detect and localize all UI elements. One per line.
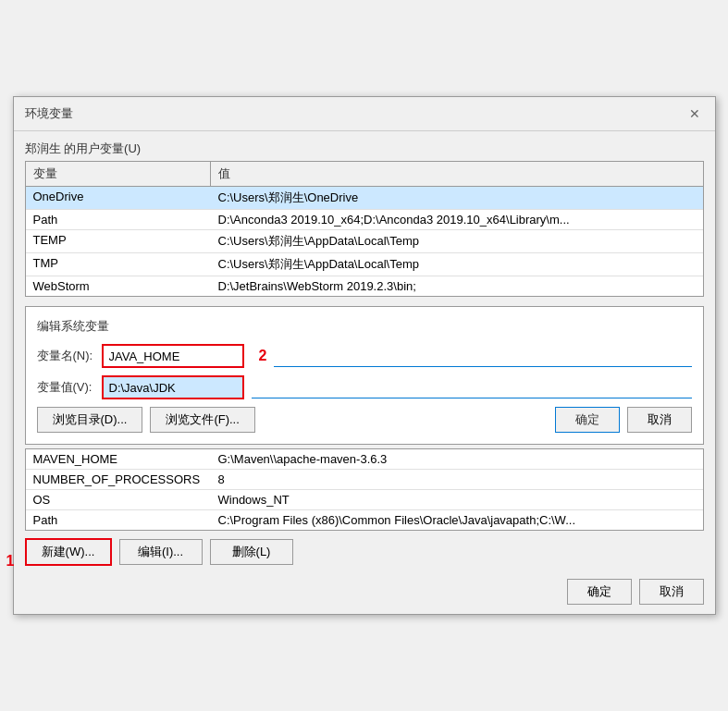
browse-file-button[interactable]: 浏览文件(F)... [150, 407, 254, 433]
table-row[interactable]: OneDrive C:\Users\郑润生\OneDrive [26, 187, 703, 210]
edit-cancel-button[interactable]: 取消 [627, 407, 692, 433]
new-button-wrapper: 1 新建(W)... [25, 538, 112, 566]
dialog-ok-button[interactable]: 确定 [567, 579, 632, 605]
browse-dir-button[interactable]: 浏览目录(D)... [37, 407, 143, 433]
edit-section: 编辑系统变量 变量名(N): 2 变量值(V): 浏览目录(D). [25, 306, 704, 445]
var-name: WebStorm [26, 276, 211, 296]
table-row[interactable]: NUMBER_OF_PROCESSORS 8 [26, 470, 703, 490]
var-value: C:\Users\郑润生\AppData\Local\Temp [211, 253, 703, 276]
user-table-header: 变量 值 [26, 162, 703, 187]
var-name: Path [26, 210, 211, 229]
var-value: D:\Anconda3 2019.10_x64;D:\Anconda3 2019… [211, 210, 703, 229]
sys-var-value: 8 [211, 470, 703, 489]
sys-var-name: NUMBER_OF_PROCESSORS [26, 470, 211, 489]
sys-var-name: MAVEN_HOME [26, 449, 211, 469]
sys-var-value: G:\Maven\\apache-maven-3.6.3 [211, 449, 703, 469]
value-label: 变量值(V): [37, 379, 102, 396]
table-row[interactable]: WebStorm D:\JetBrains\WebStorm 2019.2.3\… [26, 276, 703, 296]
sys-variables-area: MAVEN_HOME G:\Maven\\apache-maven-3.6.3 … [25, 448, 704, 531]
variable-value-row: 变量值(V): [37, 375, 692, 399]
table-row[interactable]: TMP C:\Users\郑润生\AppData\Local\Temp [26, 253, 703, 276]
name-label: 变量名(N): [37, 348, 102, 364]
sys-variables-table: MAVEN_HOME G:\Maven\\apache-maven-3.6.3 … [25, 448, 704, 531]
col-value: 值 [211, 162, 703, 186]
col-variable: 变量 [26, 162, 211, 186]
close-button[interactable]: ✕ [685, 104, 704, 123]
table-row[interactable]: Path D:\Anconda3 2019.10_x64;D:\Anconda3… [26, 210, 703, 230]
edit-ok-button[interactable]: 确定 [555, 407, 620, 433]
dialog-cancel-button[interactable]: 取消 [639, 579, 704, 605]
user-section-title: 郑润生 的用户变量(U) [25, 141, 704, 157]
title-bar: 环境变量 ✕ [14, 97, 715, 131]
var-value: D:\JetBrains\WebStorm 2019.2.3\bin; [211, 276, 703, 296]
annotation-1: 1 [6, 553, 15, 570]
table-row[interactable]: MAVEN_HOME G:\Maven\\apache-maven-3.6.3 [26, 449, 703, 470]
table-row[interactable]: OS Windows_NT [26, 490, 703, 510]
new-button[interactable]: 新建(W)... [27, 540, 110, 564]
sys-var-name: OS [26, 490, 211, 509]
variable-name-input[interactable] [104, 346, 242, 366]
user-variables-section: 郑润生 的用户变量(U) 变量 值 OneDrive C:\Users\郑润生\… [25, 141, 704, 297]
var-value: C:\Users\郑润生\AppData\Local\Temp [211, 230, 703, 252]
table-row[interactable]: TEMP C:\Users\郑润生\AppData\Local\Temp [26, 230, 703, 253]
var-name: TMP [26, 253, 211, 276]
variable-value-input[interactable] [104, 377, 242, 398]
variable-name-row: 变量名(N): 2 [37, 344, 692, 368]
edit-section-title: 编辑系统变量 [37, 318, 692, 335]
var-value: C:\Users\郑润生\OneDrive [211, 187, 703, 209]
sys-var-name: Path [26, 510, 211, 530]
user-variables-table: 变量 值 OneDrive C:\Users\郑润生\OneDrive Path… [25, 161, 704, 297]
edit-button[interactable]: 编辑(I)... [119, 539, 203, 565]
environment-variables-dialog: 环境变量 ✕ 郑润生 的用户变量(U) 变量 值 OneDrive C:\Use… [13, 96, 716, 615]
delete-button[interactable]: 删除(L) [210, 539, 293, 565]
dialog-footer: 确定 取消 [14, 573, 715, 614]
new-button-box: 新建(W)... [25, 538, 112, 566]
var-name: OneDrive [26, 187, 211, 209]
dialog-title: 环境变量 [25, 105, 73, 122]
table-row[interactable]: Path C:\Program Files (x86)\Common Files… [26, 510, 703, 530]
sys-var-value: Windows_NT [211, 490, 703, 509]
browse-buttons-row: 浏览目录(D)... 浏览文件(F)... 确定 取消 [37, 407, 692, 433]
sys-var-value: C:\Program Files (x86)\Common Files\Orac… [211, 510, 703, 530]
var-name: TEMP [26, 230, 211, 252]
sys-buttons-row: 1 新建(W)... 编辑(I)... 删除(L) [14, 531, 715, 573]
annotation-2: 2 [259, 348, 267, 364]
